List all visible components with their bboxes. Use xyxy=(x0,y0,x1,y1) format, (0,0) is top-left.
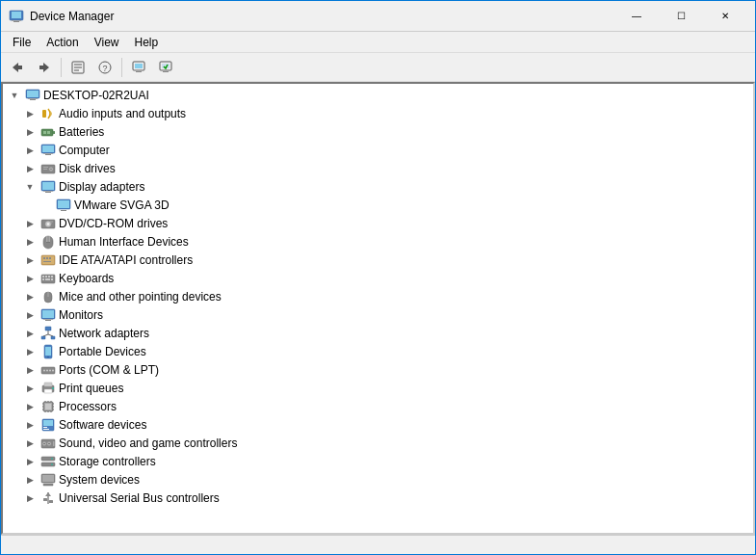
display-expand-icon[interactable]: ▼ xyxy=(22,179,38,195)
tree-item-sound[interactable]: ▶ Sound, video and game controllers xyxy=(3,434,753,452)
batteries-label: Batteries xyxy=(59,125,104,139)
software-icon xyxy=(40,417,56,433)
network-expand-icon[interactable]: ▶ xyxy=(22,326,38,341)
menu-action[interactable]: Action xyxy=(39,34,86,51)
audio-expand-icon[interactable]: ▶ xyxy=(22,106,38,121)
mice-icon xyxy=(40,289,56,304)
tree-item-ide[interactable]: ▶ IDE ATA/ATAPI controllers xyxy=(3,251,753,269)
svg-rect-46 xyxy=(61,210,66,211)
svg-rect-93 xyxy=(44,389,52,393)
svg-point-89 xyxy=(49,369,51,371)
usb-expand-icon[interactable]: ▶ xyxy=(22,490,38,506)
svg-rect-84 xyxy=(45,347,51,356)
batteries-expand-icon[interactable]: ▶ xyxy=(22,124,38,140)
tree-item-hid[interactable]: ▶ Human Interface Devices xyxy=(3,232,753,251)
system-expand-icon[interactable]: ▶ xyxy=(22,472,38,488)
tree-item-vmware[interactable]: VMware SVGA 3D xyxy=(3,196,753,214)
tree-item-print[interactable]: ▶ Print queues xyxy=(3,379,753,397)
tree-item-mice[interactable]: ▶ Mice and other pointing devices xyxy=(3,287,753,305)
tree-item-audio[interactable]: ▶ Audio inputs and outputs xyxy=(3,104,753,122)
hid-expand-icon[interactable]: ▶ xyxy=(22,234,38,250)
toolbar-forward-button[interactable] xyxy=(32,56,57,79)
tree-item-computer[interactable]: ▶ Computer xyxy=(3,141,753,159)
display-label: Display adapters xyxy=(59,180,144,194)
print-icon xyxy=(40,381,56,396)
disk-label: Disk drives xyxy=(59,162,116,175)
minimize-button[interactable]: — xyxy=(614,1,659,32)
svg-rect-45 xyxy=(58,200,69,208)
mice-expand-icon[interactable]: ▶ xyxy=(22,289,38,304)
svg-rect-69 xyxy=(51,278,53,280)
audio-icon xyxy=(40,106,56,121)
display-icon xyxy=(40,179,56,195)
menu-help[interactable]: Help xyxy=(127,34,167,51)
toolbar-properties-button[interactable] xyxy=(65,56,91,79)
toolbar-scan-button[interactable] xyxy=(153,56,178,79)
keyboards-icon xyxy=(40,271,56,286)
svg-rect-76 xyxy=(43,319,53,320)
svg-rect-77 xyxy=(45,327,51,330)
svg-rect-67 xyxy=(42,278,44,280)
ide-expand-icon[interactable]: ▶ xyxy=(22,252,38,268)
root-expand-icon[interactable]: ▼ xyxy=(7,88,22,103)
maximize-button[interactable]: ☐ xyxy=(659,1,703,32)
keyboards-expand-icon[interactable]: ▶ xyxy=(22,271,38,286)
toolbar-separator-2 xyxy=(121,58,122,77)
menu-file[interactable]: File xyxy=(5,34,39,51)
tree-item-keyboards[interactable]: ▶ Keyboards xyxy=(3,269,753,287)
root-label: DESKTOP-02R2UAI xyxy=(43,89,149,102)
mice-label: Mice and other pointing devices xyxy=(59,290,222,304)
svg-point-85 xyxy=(47,356,49,357)
tree-item-ports[interactable]: ▶ Ports (COM & LPT) xyxy=(3,360,753,379)
computer-expand-icon[interactable]: ▶ xyxy=(22,143,38,158)
tree-item-disk[interactable]: ▶ Disk drives xyxy=(3,159,753,177)
print-expand-icon[interactable]: ▶ xyxy=(22,381,38,396)
tree-root[interactable]: ▼ DESKTOP-02R2UAI xyxy=(3,86,753,104)
tree-item-system[interactable]: ▶ System devices xyxy=(3,470,753,489)
device-tree[interactable]: ▼ DESKTOP-02R2UAI ▶ xyxy=(1,82,755,535)
svg-rect-7 xyxy=(39,66,43,69)
menu-view[interactable]: View xyxy=(87,34,127,51)
svg-point-116 xyxy=(43,442,45,444)
disk-expand-icon[interactable]: ▶ xyxy=(22,161,38,176)
svg-rect-1 xyxy=(12,12,21,18)
svg-rect-29 xyxy=(43,131,46,134)
toolbar-help-button[interactable]: ? xyxy=(92,56,117,79)
tree-item-network[interactable]: ▶ Network adapters xyxy=(3,324,753,342)
tree-item-dvd[interactable]: ▶ DVD/CD-ROM drives xyxy=(3,214,753,232)
svg-rect-41 xyxy=(42,182,54,190)
toolbar-back-button[interactable] xyxy=(5,56,30,79)
svg-rect-75 xyxy=(45,320,51,321)
toolbar-update-button[interactable] xyxy=(126,56,151,79)
storage-expand-icon[interactable]: ▶ xyxy=(22,454,38,469)
svg-line-82 xyxy=(48,334,53,336)
disk-icon xyxy=(40,161,56,176)
tree-item-processors[interactable]: ▶ xyxy=(3,397,753,415)
sound-expand-icon[interactable]: ▶ xyxy=(22,436,38,451)
svg-rect-30 xyxy=(47,131,50,134)
processors-expand-icon[interactable]: ▶ xyxy=(22,399,38,414)
svg-point-87 xyxy=(43,369,45,371)
tree-item-display[interactable]: ▼ Display adapters xyxy=(3,177,753,196)
tree-item-portable[interactable]: ▶ Portable Devices xyxy=(3,342,753,360)
batteries-icon xyxy=(40,124,56,140)
ports-expand-icon[interactable]: ▶ xyxy=(22,362,38,378)
content-area: ▼ DESKTOP-02R2UAI ▶ xyxy=(1,82,755,535)
tree-item-storage[interactable]: ▶ Storage controllers xyxy=(3,452,753,470)
portable-expand-icon[interactable]: ▶ xyxy=(22,344,38,359)
svg-rect-63 xyxy=(42,276,44,278)
tree-item-usb[interactable]: ▶ Universal Serial Bus controllers xyxy=(3,489,753,507)
svg-rect-59 xyxy=(46,257,48,259)
svg-rect-64 xyxy=(45,276,47,278)
dvd-expand-icon[interactable]: ▶ xyxy=(22,216,38,231)
svg-rect-112 xyxy=(43,427,47,428)
monitors-expand-icon[interactable]: ▶ xyxy=(22,307,38,323)
svg-point-49 xyxy=(47,223,49,225)
software-expand-icon[interactable]: ▶ xyxy=(22,417,38,433)
tree-item-batteries[interactable]: ▶ Batteries xyxy=(3,122,753,141)
svg-marker-6 xyxy=(43,63,49,72)
tree-item-software[interactable]: ▶ Software devices xyxy=(3,415,753,434)
tree-item-monitors[interactable]: ▶ Monitors xyxy=(3,305,753,324)
close-button[interactable]: ✕ xyxy=(703,1,747,32)
svg-rect-97 xyxy=(45,404,51,410)
